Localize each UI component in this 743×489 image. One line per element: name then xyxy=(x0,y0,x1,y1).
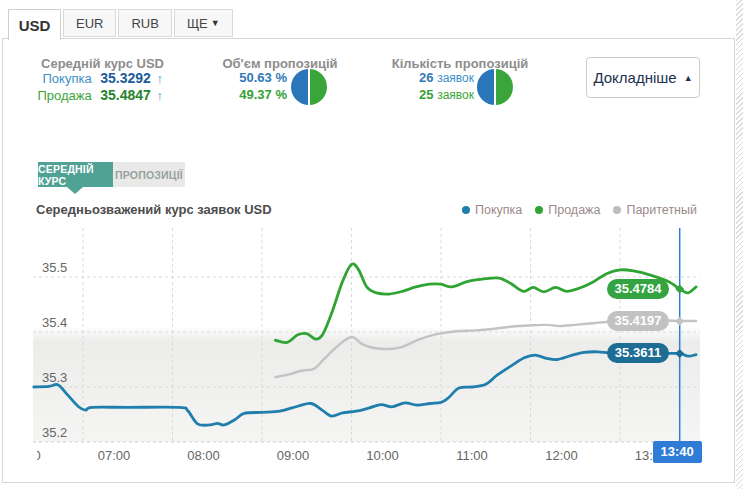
tab-more[interactable]: ЩЕ▼ xyxy=(174,9,233,37)
sell-count-value: 25 xyxy=(419,87,433,102)
legend-item-parity[interactable]: Паритетный xyxy=(613,203,697,217)
buy-rate-value: 35.3292 xyxy=(100,70,151,86)
details-button[interactable]: Докладніше ▲ xyxy=(586,57,700,98)
legend-item-sell[interactable]: Продажа xyxy=(535,203,600,217)
sell-count-unit: заявок xyxy=(437,88,474,102)
up-arrow-icon: ↑ xyxy=(157,88,164,103)
sell-rate-value: 35.4847 xyxy=(100,87,151,103)
chart-title: Середньозважений курс заявок USD xyxy=(36,202,272,217)
parity-price-badge: 35.4197 xyxy=(607,311,669,331)
avg-rate-header: Середній курс USD xyxy=(30,56,175,71)
sell-label: Продажа xyxy=(37,88,91,103)
chevron-up-icon: ▲ xyxy=(684,73,693,83)
chevron-down-icon: ▼ xyxy=(211,18,220,28)
buy-count-value: 26 xyxy=(419,70,433,85)
volume-header: Об'єм пропозицій xyxy=(205,56,355,71)
sell-price-badge: 35.4784 xyxy=(607,279,669,299)
currency-widget: USD EUR RUB ЩЕ▼ Середній курс USD Покупк… xyxy=(0,0,743,489)
tab-average-rate[interactable]: СЕРЕДНІЙ КУРС xyxy=(38,162,113,187)
buy-price-badge: 35.3611 xyxy=(607,343,669,363)
up-arrow-icon: ↑ xyxy=(157,71,164,86)
chart-legend: Покупка Продажа Паритетный xyxy=(462,203,697,217)
legend-item-buy[interactable]: Покупка xyxy=(462,203,522,217)
buy-rate-row: Покупка 35.3292 ↑ xyxy=(28,70,163,86)
active-tab-pointer xyxy=(67,187,83,194)
tab-eur[interactable]: EUR xyxy=(63,9,116,37)
chart-plot-area[interactable] xyxy=(33,228,700,442)
buy-count-row: 26 заявок xyxy=(390,70,474,85)
tab-offers[interactable]: ПРОПОЗИЦІЇ xyxy=(113,162,185,187)
finance-ua-watermark: finance.ua xyxy=(338,318,412,335)
tab-rub[interactable]: RUB xyxy=(118,9,171,37)
legend-dot-icon xyxy=(613,206,621,214)
sell-volume-percent: 49.37 % xyxy=(205,87,287,102)
page-edge-texture xyxy=(736,0,743,489)
legend-dot-icon xyxy=(535,206,543,214)
buy-volume-percent: 50.63 % xyxy=(205,70,287,85)
legend-dot-icon xyxy=(462,206,470,214)
buy-label: Покупка xyxy=(42,71,91,86)
count-pie-chart xyxy=(477,69,513,105)
count-header: Кількість пропозицій xyxy=(385,56,535,71)
sell-count-row: 25 заявок xyxy=(390,87,474,102)
current-time-box: 13:40 xyxy=(653,441,702,463)
currency-tab-bar: USD EUR RUB ЩЕ▼ xyxy=(8,9,235,40)
sell-rate-row: Продажа 35.4847 ↑ xyxy=(28,87,163,103)
tab-usd[interactable]: USD xyxy=(8,9,61,40)
buy-count-unit: заявок xyxy=(437,71,474,85)
volume-pie-chart xyxy=(291,69,327,105)
